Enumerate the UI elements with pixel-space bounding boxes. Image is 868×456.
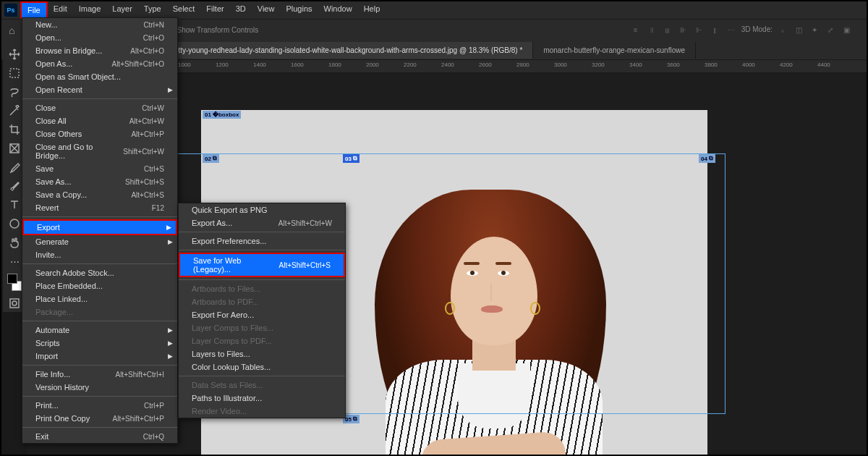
export-menu-item[interactable]: Export For Aero... bbox=[179, 308, 345, 321]
menu-item-label: Artboards to PDF... bbox=[192, 297, 259, 306]
menu-filter[interactable]: Filter bbox=[200, 1, 229, 19]
file-menu-item[interactable]: Place Embedded... bbox=[22, 279, 177, 292]
file-menu-item[interactable]: Version History bbox=[22, 381, 177, 394]
menu-item-label: Print One Copy bbox=[35, 414, 90, 423]
document-tab[interactable]: monarch-butterfly-orange-mexican-sunflow… bbox=[533, 42, 696, 59]
file-menu-item[interactable]: File Info...Alt+Shift+Ctrl+I bbox=[22, 368, 177, 381]
menu-item-label: Layers to Files... bbox=[192, 350, 250, 358]
menu-3d[interactable]: 3D bbox=[230, 1, 252, 19]
submenu-arrow-icon: ▶ bbox=[168, 352, 173, 360]
menu-item-label: Scripts bbox=[35, 339, 60, 347]
menu-layer[interactable]: Layer bbox=[106, 1, 138, 19]
align-icon[interactable]: ⫿ bbox=[710, 25, 721, 35]
svg-point-4 bbox=[12, 301, 17, 305]
menu-item-label: Export As... bbox=[192, 219, 232, 227]
file-menu-item[interactable]: ExitCtrl+Q bbox=[22, 430, 177, 443]
3d-icon[interactable]: ⬦ bbox=[777, 25, 788, 35]
file-menu-item[interactable]: Open as Smart Object... bbox=[22, 70, 177, 83]
menu-item-label: Quick Export as PNG bbox=[192, 206, 268, 214]
menu-item-label: Save for Web (Legacy)... bbox=[193, 256, 279, 274]
menu-shortcut: Alt+Shift+Ctrl+P bbox=[113, 415, 164, 423]
file-menu-item[interactable]: Place Linked... bbox=[22, 292, 177, 305]
submenu-arrow-icon: ▶ bbox=[168, 86, 173, 93]
ruler-tick: 4000 bbox=[742, 62, 755, 68]
slice-badge: 01 �boxbox bbox=[203, 111, 241, 119]
menu-shortcut: Alt+Ctrl+P bbox=[131, 130, 164, 138]
menu-separator bbox=[22, 98, 177, 99]
file-menu-item[interactable]: Close OthersAlt+Ctrl+P bbox=[22, 127, 177, 140]
file-menu-item[interactable]: Scripts▶ bbox=[22, 337, 177, 350]
file-menu-item[interactable]: New...Ctrl+N bbox=[22, 18, 177, 31]
file-menu-item[interactable]: Export▶ bbox=[22, 219, 177, 235]
menu-item-label: Place Linked... bbox=[35, 295, 88, 303]
file-menu-item[interactable]: Save As...Shift+Ctrl+S bbox=[22, 175, 177, 188]
export-menu-item[interactable]: Export Preferences... bbox=[179, 235, 345, 248]
menu-select[interactable]: Select bbox=[167, 1, 201, 19]
file-menu-item[interactable]: Open...Ctrl+O bbox=[22, 31, 177, 44]
ruler-tick: 1200 bbox=[216, 62, 229, 68]
menu-shortcut: Alt+Ctrl+W bbox=[129, 117, 164, 125]
file-menu-item[interactable]: Close and Go to Bridge...Shift+Ctrl+W bbox=[22, 140, 177, 162]
document-tab[interactable]: pretty-young-redhead-lady-standing-isola… bbox=[158, 42, 533, 59]
menu-help[interactable]: Help bbox=[358, 1, 386, 19]
align-icon[interactable]: ⫴ bbox=[646, 25, 658, 35]
file-menu-item[interactable]: Open Recent▶ bbox=[22, 83, 177, 96]
ruler-tick: 1600 bbox=[291, 62, 304, 68]
file-menu-item[interactable]: Invite... bbox=[22, 248, 177, 261]
file-menu-item[interactable]: Generate▶ bbox=[22, 235, 177, 248]
align-icon[interactable]: ≡ bbox=[630, 25, 642, 35]
ruler-tick: 2400 bbox=[441, 62, 454, 68]
menu-shortcut: Ctrl+S bbox=[144, 165, 164, 173]
menu-item-label: Generate bbox=[35, 237, 69, 246]
menu-separator bbox=[22, 263, 177, 264]
menu-file[interactable]: File bbox=[20, 1, 48, 19]
align-icon[interactable]: ⫼ bbox=[662, 25, 673, 35]
ruler-tick: 3200 bbox=[592, 62, 605, 68]
show-transform-label[interactable]: Show Transform Controls bbox=[176, 26, 258, 34]
menu-image[interactable]: Image bbox=[73, 1, 107, 19]
file-menu-item[interactable]: Browse in Bridge...Alt+Ctrl+O bbox=[22, 44, 177, 57]
menu-item-label: Exit bbox=[35, 432, 48, 441]
export-menu-item[interactable]: Export As...Alt+Shift+Ctrl+W bbox=[179, 216, 345, 229]
menu-plugins[interactable]: Plugins bbox=[280, 1, 318, 19]
align-icon[interactable]: ⊪ bbox=[678, 25, 689, 35]
file-menu-item[interactable]: Close AllAlt+Ctrl+W bbox=[22, 114, 177, 127]
menu-type[interactable]: Type bbox=[138, 1, 167, 19]
export-menu-item: Layer Comps to Files... bbox=[179, 321, 345, 334]
menu-item-label: Export For Aero... bbox=[192, 311, 254, 319]
file-menu-item[interactable]: RevertF12 bbox=[22, 201, 177, 214]
file-menu-item[interactable]: Open As...Alt+Shift+Ctrl+O bbox=[22, 57, 177, 70]
menu-window[interactable]: Window bbox=[318, 1, 358, 19]
menu-view[interactable]: View bbox=[252, 1, 281, 19]
file-menu-item[interactable]: Search Adobe Stock... bbox=[22, 266, 177, 279]
export-menu-item[interactable]: Paths to Illustrator... bbox=[179, 392, 345, 405]
menu-separator bbox=[179, 376, 345, 376]
home-icon[interactable]: ⌂ bbox=[9, 25, 14, 36]
file-menu-item[interactable]: SaveCtrl+S bbox=[22, 162, 177, 175]
menu-item-label: Automate bbox=[35, 326, 69, 334]
menu-shortcut: Alt+Ctrl+S bbox=[131, 191, 164, 199]
export-menu-item: Artboards to Files... bbox=[179, 282, 345, 295]
align-icon[interactable]: ⊩ bbox=[694, 25, 705, 35]
export-menu-item[interactable]: Layers to Files... bbox=[179, 347, 345, 360]
export-menu-item[interactable]: Save for Web (Legacy)...Alt+Shift+Ctrl+S bbox=[179, 253, 345, 277]
menu-separator bbox=[179, 232, 345, 232]
3d-icon[interactable]: ✦ bbox=[809, 25, 820, 35]
file-menu-item[interactable]: Import▶ bbox=[22, 350, 177, 363]
3d-icon[interactable]: ▣ bbox=[841, 25, 852, 35]
menu-separator bbox=[179, 279, 345, 280]
ruler-tick: 1800 bbox=[328, 62, 341, 68]
file-menu-item[interactable]: Save a Copy...Alt+Ctrl+S bbox=[22, 188, 177, 201]
3d-icon[interactable]: ◫ bbox=[793, 25, 804, 35]
file-menu-item[interactable]: CloseCtrl+W bbox=[22, 101, 177, 114]
export-menu-item[interactable]: Quick Export as PNG bbox=[179, 203, 345, 216]
menu-item-label: Save bbox=[35, 164, 54, 173]
3d-icon[interactable]: ⤢ bbox=[825, 25, 836, 35]
file-menu-item[interactable]: Automate▶ bbox=[22, 324, 177, 337]
file-menu-item[interactable]: Print...Ctrl+P bbox=[22, 399, 177, 412]
more-icon[interactable]: ⋯ bbox=[726, 25, 737, 35]
menu-item-label: Export Preferences... bbox=[192, 237, 266, 245]
file-menu-item[interactable]: Print One CopyAlt+Shift+Ctrl+P bbox=[22, 412, 177, 425]
menu-edit[interactable]: Edit bbox=[48, 1, 73, 19]
export-menu-item[interactable]: Color Lookup Tables... bbox=[179, 360, 345, 373]
